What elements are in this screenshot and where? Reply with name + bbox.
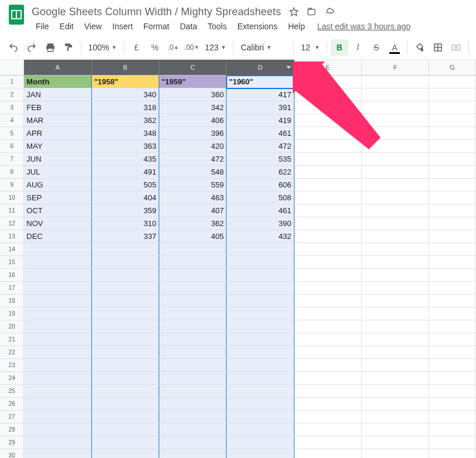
row-header[interactable]: 22 xyxy=(0,346,24,359)
cell[interactable]: 508 xyxy=(227,192,294,204)
row-header[interactable]: 5 xyxy=(0,127,24,140)
cell[interactable] xyxy=(294,76,362,88)
cell[interactable] xyxy=(227,359,294,372)
cell[interactable] xyxy=(429,88,476,101)
cell[interactable] xyxy=(24,385,91,398)
cell[interactable]: 472 xyxy=(227,140,294,153)
cell[interactable] xyxy=(24,372,91,385)
cell[interactable]: 396 xyxy=(159,127,227,140)
cell[interactable] xyxy=(24,398,91,411)
cell[interactable] xyxy=(227,385,294,398)
cell[interactable] xyxy=(159,256,227,269)
cell[interactable]: 359 xyxy=(92,204,159,217)
spreadsheet-grid[interactable]: 1Month"1958""1959""1960"2JAN3403604173FE… xyxy=(0,76,476,458)
cell[interactable] xyxy=(24,282,91,295)
cell[interactable]: "1960" xyxy=(227,76,294,88)
cell[interactable] xyxy=(92,307,159,320)
undo-button[interactable] xyxy=(5,39,22,56)
cell[interactable]: 337 xyxy=(92,230,159,243)
cell[interactable] xyxy=(294,127,362,140)
cell[interactable] xyxy=(362,359,429,372)
cell[interactable] xyxy=(294,398,362,411)
cell[interactable] xyxy=(362,127,429,140)
cell[interactable] xyxy=(429,398,476,411)
cell[interactable] xyxy=(429,372,476,385)
cloud-status-icon[interactable] xyxy=(324,7,335,16)
cell[interactable] xyxy=(429,359,476,372)
cell[interactable] xyxy=(92,320,159,333)
cell[interactable]: JUN xyxy=(24,153,91,166)
col-header-g[interactable]: G xyxy=(429,60,476,76)
cell[interactable]: 535 xyxy=(227,153,294,166)
cell[interactable] xyxy=(227,436,294,449)
cell[interactable]: 461 xyxy=(227,204,294,217)
zoom-select[interactable]: 100%▼ xyxy=(85,39,121,56)
cell[interactable] xyxy=(362,166,429,179)
cell[interactable] xyxy=(159,320,227,333)
row-header[interactable]: 29 xyxy=(0,436,24,449)
cell[interactable] xyxy=(429,333,476,346)
cell[interactable]: JUL xyxy=(24,166,91,179)
cell[interactable] xyxy=(294,243,362,256)
cell[interactable] xyxy=(159,385,227,398)
cell[interactable] xyxy=(159,346,227,359)
cell[interactable] xyxy=(227,346,294,359)
cell[interactable] xyxy=(294,256,362,269)
cell[interactable] xyxy=(24,243,91,256)
cell[interactable]: 548 xyxy=(159,166,227,179)
cell[interactable] xyxy=(227,269,294,282)
cell[interactable]: AUG xyxy=(24,179,91,192)
fill-color-button[interactable] xyxy=(411,39,428,56)
cell[interactable] xyxy=(294,307,362,320)
row-header[interactable]: 14 xyxy=(0,243,24,256)
menu-view[interactable]: View xyxy=(79,19,107,33)
cell[interactable] xyxy=(159,295,227,307)
cell[interactable]: 404 xyxy=(92,192,159,204)
cell[interactable] xyxy=(159,436,227,449)
cell[interactable] xyxy=(429,101,476,114)
cell[interactable] xyxy=(294,333,362,346)
cell[interactable] xyxy=(362,179,429,192)
row-header[interactable]: 8 xyxy=(0,166,24,179)
row-header[interactable]: 9 xyxy=(0,179,24,192)
cell[interactable]: 318 xyxy=(92,101,159,114)
row-header[interactable]: 21 xyxy=(0,333,24,346)
cell[interactable]: 622 xyxy=(227,166,294,179)
cell[interactable] xyxy=(92,295,159,307)
cell[interactable] xyxy=(429,436,476,449)
cell[interactable] xyxy=(227,423,294,436)
cell[interactable] xyxy=(362,372,429,385)
cell[interactable] xyxy=(294,179,362,192)
select-all-corner[interactable] xyxy=(0,60,24,76)
cell[interactable] xyxy=(429,307,476,320)
cell[interactable]: DEC xyxy=(24,230,91,243)
decrease-decimal-button[interactable]: .0 xyxy=(165,39,182,56)
cell[interactable]: NOV xyxy=(24,217,91,230)
cell[interactable] xyxy=(92,256,159,269)
cell[interactable] xyxy=(294,372,362,385)
cell[interactable] xyxy=(294,114,362,127)
menu-tools[interactable]: Tools xyxy=(203,19,232,33)
row-header[interactable]: 7 xyxy=(0,153,24,166)
cell[interactable] xyxy=(362,398,429,411)
cell[interactable]: 407 xyxy=(159,204,227,217)
cell[interactable] xyxy=(227,398,294,411)
cell[interactable] xyxy=(429,243,476,256)
cell[interactable] xyxy=(24,436,91,449)
cell[interactable] xyxy=(227,449,294,458)
italic-button[interactable]: I xyxy=(350,39,367,56)
cell[interactable] xyxy=(294,166,362,179)
cell[interactable] xyxy=(159,449,227,458)
cell[interactable] xyxy=(227,295,294,307)
cell[interactable] xyxy=(227,256,294,269)
cell[interactable] xyxy=(429,230,476,243)
merge-cells-button[interactable] xyxy=(448,39,465,56)
cell[interactable] xyxy=(429,140,476,153)
cell[interactable]: "1959" xyxy=(159,76,227,88)
menu-edit[interactable]: Edit xyxy=(54,19,79,33)
last-edit-link[interactable]: Last edit was 3 hours ago xyxy=(317,22,411,31)
cell[interactable] xyxy=(294,359,362,372)
cell[interactable]: 390 xyxy=(227,217,294,230)
cell[interactable]: Month xyxy=(24,76,91,88)
row-header[interactable]: 12 xyxy=(0,217,24,230)
